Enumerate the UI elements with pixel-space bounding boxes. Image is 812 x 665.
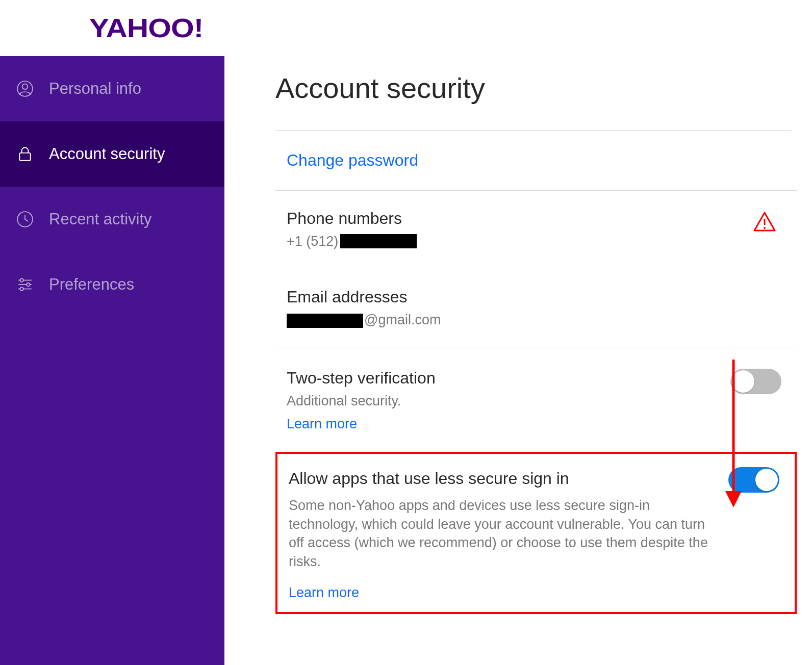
main-content: Account security Change password Phone n… (224, 56, 812, 665)
clock-icon (15, 210, 35, 229)
two-step-section: Two-step verification Additional securit… (275, 348, 797, 453)
svg-point-11 (764, 227, 766, 229)
change-password-link[interactable]: Change password (287, 151, 418, 169)
sidebar-item-label: Personal info (49, 80, 141, 98)
phone-prefix: +1 (512) (287, 232, 338, 250)
sidebar-item-account-security[interactable]: Account security (0, 121, 224, 187)
less-secure-toggle[interactable] (728, 467, 779, 493)
sidebar-item-personal-info[interactable]: Personal info (0, 56, 224, 121)
redacted-block (287, 314, 363, 328)
warning-icon (753, 211, 776, 235)
sidebar-item-recent-activity[interactable]: Recent activity (0, 187, 224, 252)
yahoo-logo[interactable]: YAHOO! (89, 13, 204, 43)
svg-point-7 (20, 278, 23, 282)
change-password-section: Change password (275, 131, 797, 191)
sidebar-item-preferences[interactable]: Preferences (0, 252, 224, 317)
two-step-title: Two-step verification (287, 369, 792, 388)
email-title: Email addresses (287, 288, 792, 306)
email-domain: @gmail.com (364, 312, 441, 327)
less-secure-section: Allow apps that use less secure sign in … (275, 452, 797, 614)
toggle-knob (755, 469, 778, 491)
svg-point-8 (27, 283, 30, 286)
phone-section[interactable]: Phone numbers +1 (512) (275, 191, 797, 269)
phone-value: +1 (512) (287, 232, 792, 250)
sidebar-item-label: Account security (49, 145, 165, 163)
svg-point-9 (20, 287, 23, 290)
two-step-sub: Additional security. (287, 392, 792, 410)
sidebar-item-label: Preferences (49, 275, 134, 294)
page-title: Account security (275, 71, 792, 131)
sidebar-item-label: Recent activity (49, 210, 152, 228)
less-secure-desc: Some non-Yahoo apps and devices use less… (289, 496, 712, 571)
less-secure-title: Allow apps that use less secure sign in (289, 469, 790, 488)
phone-title: Phone numbers (287, 209, 792, 228)
svg-rect-2 (19, 153, 30, 161)
sliders-icon (15, 275, 35, 294)
toggle-knob (732, 370, 754, 393)
svg-point-1 (22, 84, 28, 89)
redacted-block (340, 234, 417, 248)
header: YAHOO! (0, 0, 812, 56)
less-secure-learn-more-link[interactable]: Learn more (289, 585, 359, 601)
sidebar: Personal info Account security Recent ac… (0, 56, 224, 665)
two-step-toggle[interactable] (730, 369, 781, 394)
email-section[interactable]: Email addresses @gmail.com (275, 269, 797, 348)
person-icon (15, 79, 35, 98)
two-step-learn-more-link[interactable]: Learn more (287, 416, 357, 432)
email-value: @gmail.com (287, 311, 792, 329)
lock-icon (15, 144, 35, 164)
